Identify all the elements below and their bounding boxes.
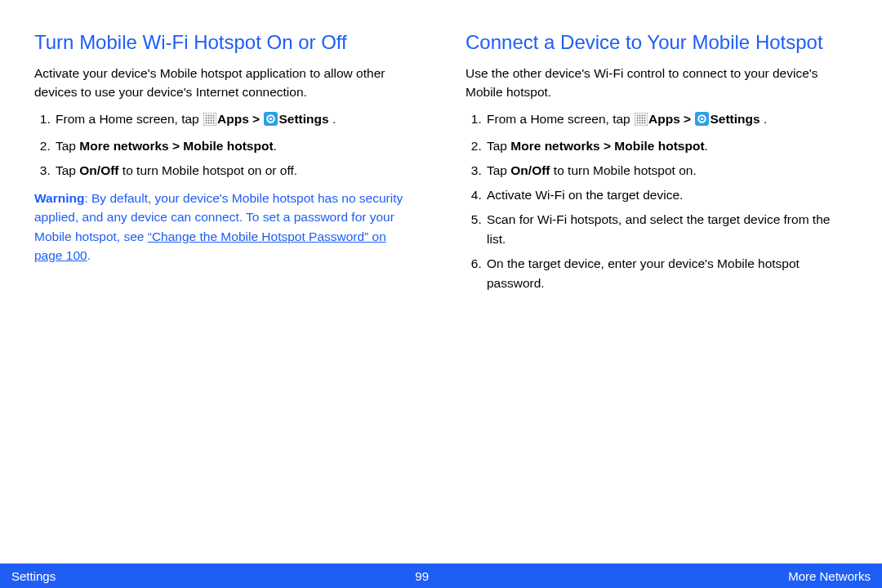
list-item: Scan for Wi-Fi hotspots, and select the … [485,210,848,249]
svg-rect-20 [635,113,648,126]
svg-point-29 [637,120,639,122]
apps-grid-icon [635,112,648,131]
svg-point-11 [211,120,212,122]
svg-point-15 [211,122,212,124]
list-item: Tap On/Off to turn Mobile hotspot on. [485,161,848,180]
svg-point-6 [208,118,210,119]
text: . [274,139,277,153]
svg-point-23 [642,115,644,117]
steps-left: From a Home screen, tap Apps > Settings … [34,109,416,180]
list-item: From a Home screen, tap Apps > Settings … [485,109,848,131]
bold-text: More networks > Mobile hotspot [79,139,273,153]
svg-point-10 [208,120,210,122]
text: Tap [56,163,79,177]
warning-note: Warning: By default, your device's Mobil… [34,189,416,265]
text: Tap [56,139,79,153]
right-column: Connect a Device to Your Mobile Hotspot … [466,29,848,298]
svg-point-12 [213,120,215,122]
svg-point-26 [639,118,641,119]
steps-right: From a Home screen, tap Apps > Settings … [466,109,848,293]
text: Tap [487,139,510,153]
apps-grid-icon [203,112,216,131]
apps-label: Apps > [648,112,694,126]
warning-text-tail: . [87,248,91,262]
svg-point-31 [642,120,644,122]
apps-label: Apps > [217,112,263,126]
intro-right: Use the other device's Wi-Fi control to … [466,65,848,101]
svg-point-39 [701,118,703,120]
svg-point-24 [644,115,646,117]
list-item: From a Home screen, tap Apps > Settings … [54,109,416,131]
left-column: Turn Mobile Wi-Fi Hotspot On or Off Acti… [34,29,416,298]
list-item: Tap More networks > Mobile hotspot. [485,136,848,156]
svg-point-36 [644,122,646,124]
svg-point-2 [208,115,210,117]
svg-point-1 [206,115,207,117]
settings-gear-icon [695,112,709,131]
list-item: On the target device, enter your device'… [485,254,848,293]
text: From a Home screen, tap [487,112,634,126]
svg-point-25 [637,118,639,119]
svg-point-35 [642,122,644,124]
bold-text: On/Off [510,163,550,177]
svg-rect-0 [203,113,216,126]
svg-point-7 [211,118,212,119]
svg-point-21 [637,115,639,117]
footer-page-number: 99 [415,569,429,583]
page-footer: Settings 99 More Networks [0,564,882,588]
settings-label: Settings [710,112,760,126]
heading-right: Connect a Device to Your Mobile Hotspot [466,29,848,55]
text: . [329,112,336,126]
svg-point-30 [639,120,641,122]
list-item: Tap More networks > Mobile hotspot. [54,136,416,156]
svg-point-19 [270,118,272,120]
svg-point-14 [208,122,210,124]
svg-point-13 [206,122,207,124]
heading-left: Turn Mobile Wi-Fi Hotspot On or Off [34,29,416,55]
svg-point-8 [213,118,215,119]
svg-point-16 [213,122,215,124]
svg-point-33 [637,122,639,124]
svg-point-28 [644,118,646,119]
bold-text: On/Off [79,163,118,177]
warning-label: Warning [34,191,84,205]
footer-left: Settings [11,569,56,583]
text: to turn Mobile hotspot on or off. [119,163,298,177]
svg-point-22 [639,115,641,117]
svg-point-5 [206,118,207,119]
bold-text: More networks > Mobile hotspot [510,139,704,153]
svg-point-34 [639,122,641,124]
settings-label: Settings [278,112,328,126]
footer-right: More Networks [788,569,871,583]
text: to turn Mobile hotspot on. [550,163,697,177]
svg-point-4 [213,115,215,117]
list-item: Activate Wi-Fi on the target device. [485,185,848,205]
svg-point-27 [642,118,644,119]
text: . [760,112,768,126]
text: From a Home screen, tap [56,112,203,126]
intro-left: Activate your device's Mobile hotspot ap… [34,65,416,101]
text: . [705,139,708,153]
list-item: Tap On/Off to turn Mobile hotspot on or … [54,161,416,180]
text: Tap [487,163,510,177]
settings-gear-icon [264,112,278,131]
svg-point-3 [211,115,212,117]
svg-point-32 [644,120,646,122]
svg-point-9 [206,120,207,122]
